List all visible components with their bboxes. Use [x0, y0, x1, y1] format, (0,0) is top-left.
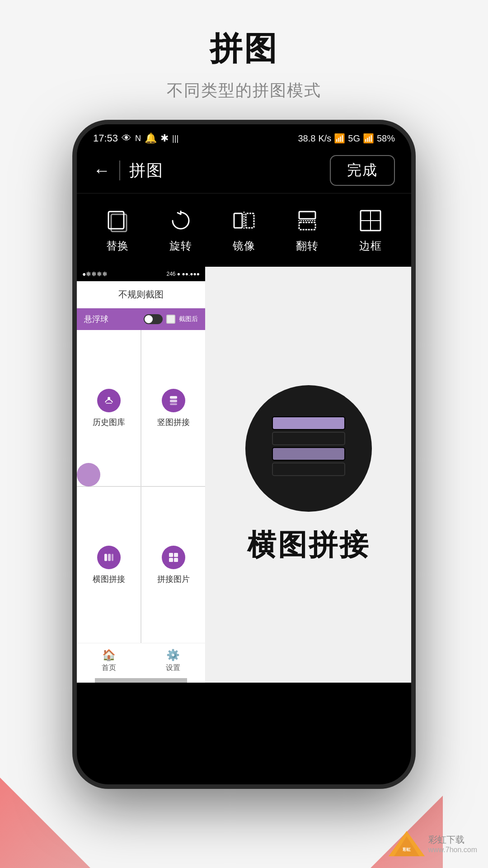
vibrate-icon: ||| — [172, 134, 178, 143]
collage-icon — [162, 546, 185, 569]
nav-settings[interactable]: ⚙️ 设置 — [141, 649, 205, 673]
nav-home[interactable]: 🏠 首页 — [77, 649, 141, 673]
watermark: 彩虹 彩虹下载 www.7hon.com — [389, 830, 478, 857]
tool-flip[interactable]: 翻转 — [294, 207, 321, 253]
menu-item-collage[interactable]: 拼接图片 — [141, 487, 205, 643]
bluetooth-icon: ✱ — [160, 132, 169, 144]
svg-rect-3 — [246, 213, 254, 228]
main-content: ●❄❄❄❄ 246 ● ●●.●●● 不规则截图 悬浮球 截图后 — [77, 267, 411, 683]
sidebar-top-bar: ●❄❄❄❄ 246 ● ●●.●●● — [77, 267, 205, 281]
border-label: 边框 — [359, 239, 382, 253]
battery-display: 58% — [377, 133, 395, 144]
floating-toggle-row: 悬浮球 截图后 — [77, 308, 205, 330]
bottom-nav: 🏠 首页 ⚙️ 设置 — [77, 643, 205, 678]
menu-item-vertical[interactable]: 竖图拼接 — [141, 330, 205, 486]
status-left: 17:53 👁 N 🔔 ✱ ||| — [93, 132, 178, 144]
tool-mirror[interactable]: 镜像 — [230, 207, 258, 253]
mirror-label: 镜像 — [233, 239, 255, 253]
floating-ball[interactable] — [77, 463, 100, 486]
bg-decoration-left — [0, 778, 90, 868]
app-header: ← 拼图 完成 — [77, 148, 411, 193]
svg-rect-15 — [170, 400, 177, 402]
toggle-group: 截图后 — [144, 314, 198, 324]
svg-point-11 — [103, 394, 115, 407]
svg-rect-30 — [272, 448, 345, 460]
status-right: 38.8 K/s 📶 5G 📶 58% — [298, 133, 395, 144]
phone-screen: 17:53 👁 N 🔔 ✱ ||| 38.8 K/s 📶 5G 📶 58% — [77, 124, 411, 784]
nfc-icon: N — [135, 134, 141, 143]
phone-wrapper: 17:53 👁 N 🔔 ✱ ||| 38.8 K/s 📶 5G 📶 58% — [0, 120, 488, 789]
rotate-label: 旋转 — [169, 239, 192, 253]
svg-rect-23 — [174, 553, 178, 557]
svg-rect-6 — [299, 222, 315, 230]
svg-rect-22 — [169, 553, 173, 557]
svg-text:彩虹: 彩虹 — [402, 847, 411, 852]
svg-rect-19 — [108, 554, 111, 561]
border-icon — [357, 207, 384, 234]
feature-icon-circle — [245, 385, 372, 512]
wifi-icon: 📶 — [334, 133, 345, 144]
replace-icon — [104, 207, 131, 234]
tool-rotate[interactable]: 旋转 — [167, 207, 194, 253]
tool-replace[interactable]: 替换 — [104, 207, 131, 253]
rotate-icon — [167, 207, 194, 234]
menu-item-history[interactable]: 历史图库 — [77, 330, 141, 486]
tools-row: 替换 旋转 — [77, 193, 411, 267]
svg-rect-25 — [174, 558, 178, 562]
horizontal-icon — [97, 546, 121, 569]
horizontal-label: 横图拼接 — [93, 574, 125, 585]
status-bar: 17:53 👁 N 🔔 ✱ ||| 38.8 K/s 📶 5G 📶 58% — [77, 124, 411, 148]
back-button[interactable]: ← — [93, 162, 110, 179]
menu-item-horizontal[interactable]: 横图拼接 — [77, 487, 141, 643]
page-title: 拼图 — [0, 27, 488, 71]
svg-rect-28 — [272, 432, 345, 445]
right-content: 横图拼接 — [206, 267, 411, 683]
history-label: 历史图库 — [93, 417, 125, 428]
scroll-indicator — [95, 678, 187, 683]
time-display: 17:53 — [93, 132, 118, 144]
done-button[interactable]: 完成 — [330, 155, 395, 186]
svg-point-12 — [108, 397, 110, 400]
settings-label: 设置 — [166, 663, 180, 673]
phone-frame: 17:53 👁 N 🔔 ✱ ||| 38.8 K/s 📶 5G 📶 58% — [72, 120, 416, 789]
eye-icon: 👁 — [122, 132, 131, 144]
header-left: ← 拼图 — [93, 160, 164, 182]
toggle-checkbox[interactable] — [166, 315, 175, 324]
mirror-icon — [230, 207, 258, 234]
svg-rect-24 — [169, 558, 173, 562]
page-header: 拼图 不同类型的拼图模式 — [0, 0, 488, 111]
history-icon — [97, 389, 121, 412]
settings-icon: ⚙️ — [166, 649, 180, 661]
screen-title: 拼图 — [129, 160, 164, 182]
sidebar-panel: ●❄❄❄❄ 246 ● ●●.●●● 不规则截图 悬浮球 截图后 — [77, 267, 206, 683]
svg-point-21 — [167, 551, 180, 564]
watermark-brand: 彩虹下载 — [428, 834, 478, 846]
replace-label: 替换 — [106, 239, 129, 253]
svg-rect-20 — [112, 554, 113, 561]
sidebar-network: 246 ● ●●.●●● — [166, 271, 200, 277]
after-screenshot-text: 截图后 — [179, 315, 198, 323]
page-subtitle: 不同类型的拼图模式 — [167, 81, 321, 99]
vertical-icon — [162, 389, 185, 412]
svg-rect-32 — [272, 463, 345, 476]
collage-label: 拼接图片 — [157, 574, 190, 585]
alarm-icon: 🔔 — [145, 132, 157, 144]
home-label: 首页 — [102, 663, 116, 673]
floating-label: 悬浮球 — [84, 314, 108, 325]
svg-rect-2 — [234, 213, 242, 228]
home-icon: 🏠 — [102, 649, 116, 661]
menu-grid: 历史图库 竖 — [77, 330, 205, 643]
flip-label: 翻转 — [296, 239, 319, 253]
watermark-site: www.7hon.com — [428, 846, 478, 854]
svg-rect-16 — [170, 403, 177, 405]
svg-rect-18 — [104, 554, 107, 561]
feature-name: 横图拼接 — [247, 525, 370, 565]
signal-icon: 📶 — [363, 133, 374, 144]
toggle-switch[interactable] — [144, 314, 163, 324]
vertical-label: 竖图拼接 — [157, 417, 190, 428]
sidebar-status: ●❄❄❄❄ — [82, 270, 108, 278]
tool-border[interactable]: 边框 — [357, 207, 384, 253]
flip-icon — [294, 207, 321, 234]
header-divider — [119, 160, 120, 180]
network-speed: 38.8 — [298, 133, 315, 144]
